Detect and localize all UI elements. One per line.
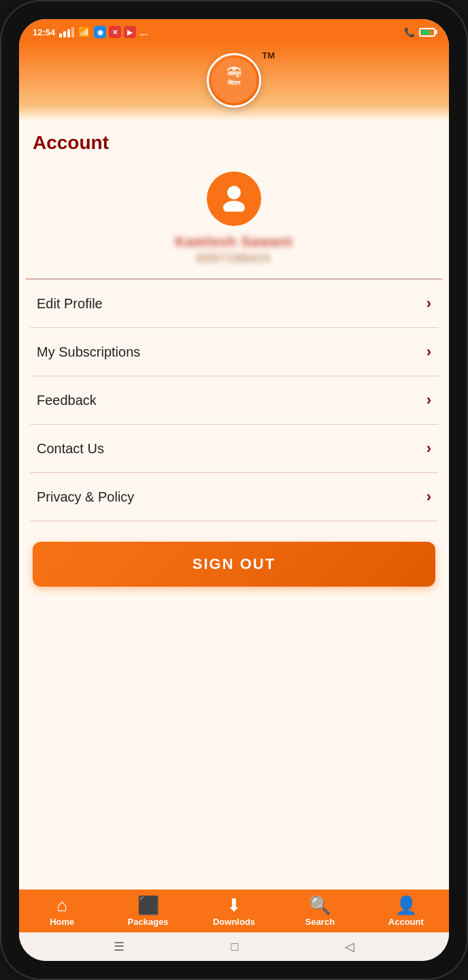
signout-button[interactable]: SIGN OUT <box>33 542 435 587</box>
battery-icon <box>419 28 435 37</box>
app-logo: अवधूत चिंतन <box>207 53 261 108</box>
nav-item-search[interactable]: 🔍 Search <box>277 896 363 927</box>
packages-icon: ⬛ <box>137 896 159 914</box>
menu-item-feedback[interactable]: Feedback › <box>30 376 438 425</box>
nav-label-downloads: Downlods <box>213 917 255 927</box>
menu-label-edit-profile: Edit Profile <box>37 296 103 312</box>
nav-label-search: Search <box>305 917 335 927</box>
content-spacer <box>19 607 449 889</box>
account-title: Account <box>33 132 435 154</box>
menu-list: Edit Profile › My Subscriptions › Feedba… <box>19 280 449 521</box>
notif-icon-1: ◉ <box>94 26 106 38</box>
phone-icon: 📞 <box>404 27 415 37</box>
logo-svg: अवधूत चिंतन <box>210 56 258 104</box>
account-section: Account Kamlesh Sawant 8097188424 <box>19 121 449 278</box>
top-divider <box>26 278 442 280</box>
menu-label-my-subscriptions: My Subscriptions <box>37 344 140 360</box>
search-icon: 🔍 <box>309 896 331 914</box>
nav-item-home[interactable]: ⌂ Home <box>19 896 105 927</box>
android-home-button[interactable]: □ <box>231 940 239 954</box>
phone-screen: 12:54 📶 ◉ ✕ ▶ ... 📞 <box>19 19 449 961</box>
logo-container: अवधूत चिंतन TM <box>207 53 261 108</box>
bottom-navigation: ⌂ Home ⬛ Packages ⬇ Downlods 🔍 Search 👤 … <box>19 889 449 932</box>
android-nav-bar: ☰ □ ◁ <box>19 932 449 961</box>
nav-item-packages[interactable]: ⬛ Packages <box>105 896 190 927</box>
account-icon: 👤 <box>395 896 417 914</box>
main-content: Account Kamlesh Sawant 8097188424 <box>19 121 449 889</box>
menu-item-edit-profile[interactable]: Edit Profile › <box>30 280 438 328</box>
app-header: अवधूत चिंतन TM <box>19 42 449 121</box>
menu-item-contact-us[interactable]: Contact Us › <box>30 425 438 473</box>
svg-text:चिंतन: चिंतन <box>227 79 241 86</box>
notification-icons: ◉ ✕ ▶ <box>94 26 136 38</box>
user-profile: Kamlesh Sawant 8097188424 <box>33 165 435 278</box>
notif-icon-2: ✕ <box>109 26 121 38</box>
svg-point-5 <box>227 186 241 199</box>
chevron-my-subscriptions: › <box>427 343 431 361</box>
svg-point-4 <box>232 67 236 71</box>
svg-point-6 <box>223 201 245 212</box>
battery-fill <box>421 30 430 35</box>
downloads-icon: ⬇ <box>227 896 241 914</box>
trademark-mark: TM <box>262 50 275 61</box>
android-menu-button[interactable]: ☰ <box>114 939 124 954</box>
signout-section: SIGN OUT <box>19 521 449 607</box>
avatar-icon <box>219 182 249 216</box>
time-display: 12:54 <box>33 27 55 37</box>
status-right: 📞 <box>404 27 435 37</box>
notif-icon-3: ▶ <box>124 26 136 38</box>
menu-item-privacy-policy[interactable]: Privacy & Policy › <box>30 473 438 521</box>
menu-label-privacy-policy: Privacy & Policy <box>37 489 134 505</box>
nav-item-downloads[interactable]: ⬇ Downlods <box>191 896 277 927</box>
android-back-button[interactable]: ◁ <box>345 939 354 954</box>
dots-indicator: ... <box>140 27 148 37</box>
chevron-edit-profile: › <box>427 295 431 312</box>
menu-label-contact-us: Contact Us <box>37 441 104 457</box>
nav-label-home: Home <box>50 917 74 927</box>
status-left: 12:54 📶 ◉ ✕ ▶ ... <box>33 26 148 38</box>
wifi-icon: 📶 <box>78 27 90 37</box>
nav-label-packages: Packages <box>128 917 169 927</box>
menu-item-my-subscriptions[interactable]: My Subscriptions › <box>30 328 438 376</box>
signal-bars <box>59 27 74 37</box>
user-phone-display: 8097188424 <box>197 252 271 265</box>
nav-label-account: Account <box>388 917 424 927</box>
phone-frame: 12:54 📶 ◉ ✕ ▶ ... 📞 <box>0 0 468 980</box>
chevron-feedback: › <box>427 391 431 409</box>
status-bar: 12:54 📶 ◉ ✕ ▶ ... 📞 <box>19 19 449 42</box>
chevron-privacy-policy: › <box>427 488 431 506</box>
chevron-contact-us: › <box>427 440 431 457</box>
nav-item-account[interactable]: 👤 Account <box>363 896 449 927</box>
menu-label-feedback: Feedback <box>37 393 97 408</box>
home-icon: ⌂ <box>56 896 67 914</box>
svg-text:अवधूत: अवधूत <box>227 70 241 78</box>
user-name-display: Kamlesh Sawant <box>176 234 293 250</box>
user-avatar <box>207 172 261 226</box>
